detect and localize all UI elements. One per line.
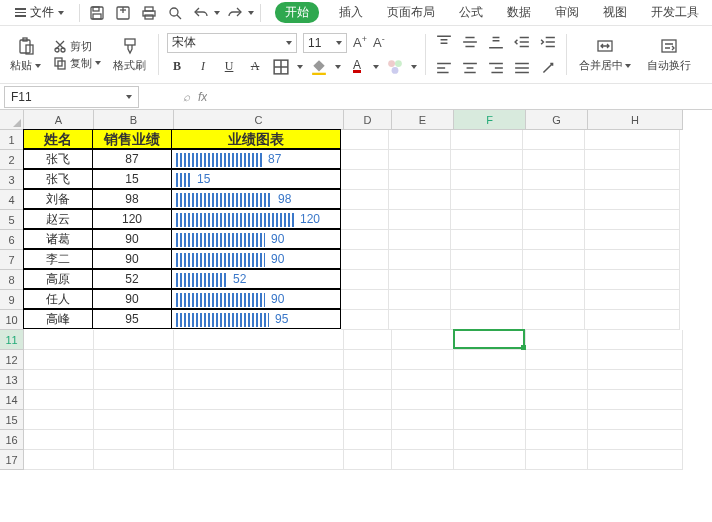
cell-D17[interactable]: [344, 450, 392, 470]
tab-formula[interactable]: 公式: [455, 2, 487, 23]
cell-F13[interactable]: [454, 370, 526, 390]
cell-D15[interactable]: [344, 410, 392, 430]
cell-B6[interactable]: 90: [92, 229, 172, 249]
col-header-E[interactable]: E: [392, 110, 454, 130]
print-icon[interactable]: [138, 2, 160, 24]
cell-A12[interactable]: [24, 350, 94, 370]
cell-C5[interactable]: 120: [171, 209, 341, 229]
cell-B1[interactable]: 销售业绩: [92, 129, 172, 149]
row-header-13[interactable]: 13: [0, 370, 24, 390]
redo-dropdown-icon[interactable]: [248, 11, 254, 15]
cell-C17[interactable]: [174, 450, 344, 470]
decrease-font-icon[interactable]: A-: [373, 34, 385, 50]
undo-icon[interactable]: [190, 2, 212, 24]
spreadsheet-grid[interactable]: ABCDEFGH 1234567891011121314151617 姓名销售业…: [0, 110, 712, 510]
cell-C4[interactable]: 98: [171, 189, 341, 209]
fx-icon[interactable]: fx: [198, 90, 207, 104]
cell-A10[interactable]: 高峰: [23, 309, 93, 329]
cell-B10[interactable]: 95: [92, 309, 172, 329]
cell-D4[interactable]: [341, 190, 389, 210]
select-all-corner[interactable]: [0, 110, 24, 130]
wrap-text-button[interactable]: 自动换行: [643, 30, 695, 79]
row-header-17[interactable]: 17: [0, 450, 24, 470]
cell-H13[interactable]: [588, 370, 683, 390]
cell-G2[interactable]: [523, 150, 585, 170]
cell-F15[interactable]: [454, 410, 526, 430]
cell-H9[interactable]: [585, 290, 680, 310]
redo-icon[interactable]: [224, 2, 246, 24]
row-header-2[interactable]: 2: [0, 150, 24, 170]
cell-E12[interactable]: [392, 350, 454, 370]
cell-H4[interactable]: [585, 190, 680, 210]
cell-E15[interactable]: [392, 410, 454, 430]
cell-F9[interactable]: [451, 290, 523, 310]
save-icon[interactable]: [86, 2, 108, 24]
cell-F6[interactable]: [451, 230, 523, 250]
cell-A8[interactable]: 高原: [23, 269, 93, 289]
row-header-1[interactable]: 1: [0, 130, 24, 150]
cell-C1[interactable]: 业绩图表: [171, 129, 341, 149]
cell-A13[interactable]: [24, 370, 94, 390]
row-header-6[interactable]: 6: [0, 230, 24, 250]
cell-A16[interactable]: [24, 430, 94, 450]
cell-D12[interactable]: [344, 350, 392, 370]
cell-C6[interactable]: 90: [171, 229, 341, 249]
italic-button[interactable]: I: [193, 57, 213, 77]
cell-H5[interactable]: [585, 210, 680, 230]
cell-F3[interactable]: [451, 170, 523, 190]
cell-F10[interactable]: [451, 310, 523, 330]
font-color-button[interactable]: A: [347, 57, 367, 77]
cell-F2[interactable]: [451, 150, 523, 170]
preview-icon[interactable]: [164, 2, 186, 24]
cell-D6[interactable]: [341, 230, 389, 250]
cell-E17[interactable]: [392, 450, 454, 470]
cell-B9[interactable]: 90: [92, 289, 172, 309]
cell-H1[interactable]: [585, 130, 680, 150]
cell-F11[interactable]: [454, 330, 526, 350]
cell-G8[interactable]: [523, 270, 585, 290]
col-header-A[interactable]: A: [24, 110, 94, 130]
justify-icon[interactable]: [512, 58, 532, 78]
cell-C10[interactable]: 95: [171, 309, 341, 329]
cell-E6[interactable]: [389, 230, 451, 250]
cell-C3[interactable]: 15: [171, 169, 341, 189]
cell-E3[interactable]: [389, 170, 451, 190]
cell-A15[interactable]: [24, 410, 94, 430]
cell-B17[interactable]: [94, 450, 174, 470]
cell-E11[interactable]: [392, 330, 454, 350]
cell-G10[interactable]: [523, 310, 585, 330]
align-bottom-icon[interactable]: [486, 32, 506, 52]
copy-button[interactable]: 复制: [53, 56, 101, 71]
font-name-select[interactable]: 宋体: [167, 33, 297, 53]
cell-A6[interactable]: 诸葛: [23, 229, 93, 249]
cell-G16[interactable]: [526, 430, 588, 450]
cell-D16[interactable]: [344, 430, 392, 450]
cell-A7[interactable]: 李二: [23, 249, 93, 269]
cell-H6[interactable]: [585, 230, 680, 250]
cell-D5[interactable]: [341, 210, 389, 230]
row-header-11[interactable]: 11: [0, 330, 24, 350]
border-button[interactable]: [271, 57, 291, 77]
row-header-15[interactable]: 15: [0, 410, 24, 430]
cell-E1[interactable]: [389, 130, 451, 150]
cell-G3[interactable]: [523, 170, 585, 190]
cell-D3[interactable]: [341, 170, 389, 190]
orientation-icon[interactable]: [538, 58, 558, 78]
cell-E9[interactable]: [389, 290, 451, 310]
cell-F4[interactable]: [451, 190, 523, 210]
cell-A17[interactable]: [24, 450, 94, 470]
cell-H10[interactable]: [585, 310, 680, 330]
merge-center-button[interactable]: 合并居中: [575, 30, 635, 79]
cell-H7[interactable]: [585, 250, 680, 270]
align-top-icon[interactable]: [434, 32, 454, 52]
cell-E5[interactable]: [389, 210, 451, 230]
row-header-7[interactable]: 7: [0, 250, 24, 270]
cell-E4[interactable]: [389, 190, 451, 210]
col-header-H[interactable]: H: [588, 110, 683, 130]
row-header-10[interactable]: 10: [0, 310, 24, 330]
tab-layout[interactable]: 页面布局: [383, 2, 439, 23]
cell-A14[interactable]: [24, 390, 94, 410]
increase-font-icon[interactable]: A+: [353, 34, 367, 50]
tab-dev[interactable]: 开发工具: [647, 2, 703, 23]
indent-inc-icon[interactable]: [538, 32, 558, 52]
